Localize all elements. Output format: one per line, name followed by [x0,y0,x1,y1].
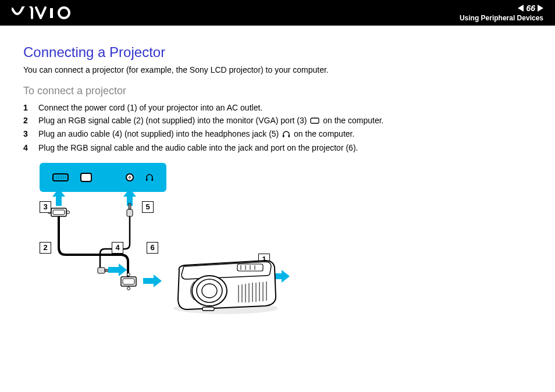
svg-rect-37 [202,307,214,311]
svg-rect-16 [127,209,133,216]
connection-diagram: 3 5 2 4 6 1 [40,163,307,332]
callout-4: 4 [112,242,123,254]
projector-illustration [168,252,284,316]
page-content: Connecting a Projector You can connect a… [0,26,555,350]
arrow-icon [108,263,128,276]
callout-6: 6 [147,242,158,254]
step-item: 1 Connect the power cord (1) of your pro… [23,103,532,112]
headphones-icon [282,130,290,140]
svg-rect-11 [121,277,136,286]
document-header: 66 Using Peripheral Devices [0,0,555,26]
intro-paragraph: You can connect a projector (for example… [23,65,532,74]
svg-rect-2 [311,118,319,123]
header-right: 66 Using Peripheral Devices [460,3,543,22]
steps-list: 1 Connect the power cord (1) of your pro… [23,103,532,152]
page-nav: 66 [518,3,543,13]
monitor-port-icon [310,116,319,126]
step-number: 3 [23,129,30,139]
step-item: 2 Plug an RGB signal cable (2) (not supp… [23,116,532,126]
prev-page-arrow-icon[interactable] [518,5,524,12]
page-title: Connecting a Projector [23,44,532,60]
step-number: 4 [23,143,30,152]
svg-point-27 [202,284,217,298]
svg-rect-18 [98,268,105,273]
step-item: 3 Plug an audio cable (4) (not supplied)… [23,129,532,139]
step-text: Plug an audio cable (4) (not supplied) i… [38,129,354,139]
vaio-logo [12,6,72,19]
callout-2: 2 [40,242,51,254]
arrow-icon [143,275,163,287]
section-name: Using Peripheral Devices [460,14,543,22]
svg-rect-3 [283,135,284,137]
callout-3: 3 [40,201,51,213]
step-text: Plug an RGB signal cable (2) (not suppli… [38,116,384,126]
step-number: 2 [23,116,30,126]
svg-rect-0 [50,8,53,18]
step-text: Connect the power cord (1) of your proje… [38,103,262,112]
callout-5: 5 [142,201,154,213]
svg-rect-15 [129,204,131,209]
svg-rect-4 [289,135,290,137]
svg-point-14 [127,287,130,290]
svg-point-10 [67,211,70,213]
step-text: Plug the RGB signal cable and the audio … [38,143,358,152]
svg-rect-7 [51,208,66,216]
svg-point-1 [59,8,69,18]
step-number: 1 [23,103,30,112]
step-item: 4 Plug the RGB signal cable and the audi… [23,143,532,152]
next-page-arrow-icon[interactable] [538,5,543,12]
page-number: 66 [526,3,535,13]
procedure-subtitle: To connect a projector [23,85,532,97]
